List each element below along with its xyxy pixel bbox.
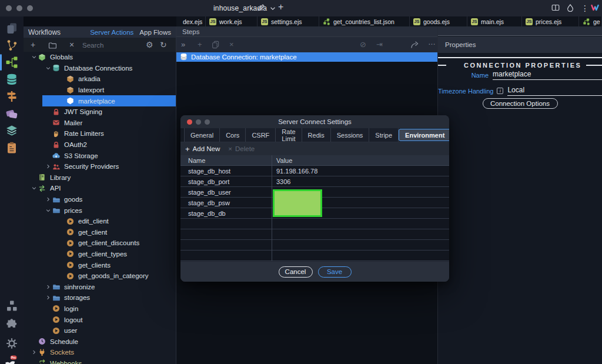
cancel-button[interactable]: Cancel [279, 266, 313, 278]
steps-more-icon[interactable]: … [428, 38, 436, 47]
tree-item-user[interactable]: user [24, 325, 176, 336]
env-row-empty[interactable] [180, 229, 449, 240]
rail-item-settings[interactable] [5, 337, 18, 350]
name-field-value[interactable]: marketplace [493, 70, 602, 80]
add-folder-icon[interactable] [48, 41, 56, 49]
rail-item-wappler-pro[interactable]: Pro [5, 356, 18, 364]
tree-item-get-clients[interactable]: get_clients [24, 259, 176, 271]
tree-item-edit-client[interactable]: edit_client [24, 216, 176, 227]
chevron-right-icon[interactable] [44, 196, 52, 202]
tree-item-library[interactable]: Library [24, 172, 176, 183]
rail-item-pages[interactable] [5, 22, 18, 35]
rail-item-blocks[interactable] [5, 299, 18, 312]
rail-item-extensions[interactable] [5, 318, 18, 331]
more-menu-icon[interactable]: ⋮ [581, 4, 589, 13]
chevron-down-icon[interactable] [44, 208, 52, 213]
rail-item-database[interactable] [5, 73, 18, 86]
rail-item-git[interactable] [5, 39, 18, 52]
env-row-stage_db_host[interactable]: stage_db_host91.198.166.78 [180, 166, 449, 176]
export-step-icon[interactable] [410, 41, 419, 49]
chevron-right-icon[interactable] [44, 163, 52, 169]
dialog-tab-general[interactable]: General [184, 128, 220, 142]
file-tab-settings-ejs[interactable]: JSsettings.ejs [257, 16, 319, 26]
chevron-down-icon[interactable] [44, 65, 52, 71]
minimize-window-icon[interactable] [16, 5, 22, 11]
split-view-icon[interactable] [551, 4, 560, 12]
rail-item-tasks[interactable] [5, 141, 18, 154]
settings-gear-icon[interactable]: ⚙ [146, 41, 153, 49]
file-tab-get-countries-list-json[interactable]: get_countries_list.json [319, 16, 410, 26]
file-tab-prices-ejs[interactable]: JSprices.ejs [522, 16, 579, 26]
tree-item-schedule[interactable]: Schedule [24, 336, 176, 347]
tree-item-rate-limiters[interactable]: Rate Limiters [24, 128, 176, 139]
delete-button[interactable]: ×Delete [228, 145, 255, 152]
file-tab-dex-ejs[interactable]: dex.ejs [176, 16, 206, 26]
delete-action-icon[interactable]: × [69, 41, 74, 49]
tree-item-get-client-types[interactable]: get_client_types [24, 249, 176, 260]
refresh-icon[interactable]: ↻ [160, 41, 167, 49]
save-button[interactable]: Save [318, 266, 352, 278]
timezone-field-value[interactable]: Local [507, 86, 602, 96]
tree-item-s3-storage[interactable]: S3 Storage [24, 150, 176, 161]
tree-item-get-client[interactable]: get_client [24, 227, 176, 238]
tree-item-get-client-discounts[interactable]: get_client_discounts [24, 238, 176, 249]
chevron-down-icon[interactable] [29, 185, 38, 191]
env-row-empty[interactable] [180, 251, 449, 261]
env-row-empty[interactable] [180, 219, 449, 229]
tree-item-prices[interactable]: prices [24, 205, 176, 216]
add-action-icon[interactable]: + [31, 41, 35, 49]
rail-item-routes[interactable] [5, 90, 18, 103]
rail-item-workflows[interactable] [5, 56, 18, 69]
tree-item-webhooks[interactable]: Webhooks [24, 358, 176, 364]
add-step-icon[interactable]: + [198, 40, 202, 49]
collapse-steps-icon[interactable]: » [181, 40, 185, 49]
file-tab-goods-ejs[interactable]: JSgoods.ejs [410, 16, 467, 26]
file-tab-work-ejs[interactable]: JSwork.ejs [206, 16, 257, 26]
chevron-right-icon[interactable] [44, 295, 52, 300]
tree-item-sinhronize[interactable]: sinhronize [24, 281, 176, 292]
info-icon[interactable]: i [497, 88, 503, 94]
dialog-tab-sessions[interactable]: Sessions [331, 128, 370, 142]
close-window-icon[interactable] [6, 5, 12, 11]
step-database-connection[interactable]: Database Connection: marketplace [176, 52, 437, 62]
tree-item-database-connections[interactable]: Database Connections [24, 63, 176, 74]
env-row-stage_db_port[interactable]: stage_db_port3306 [180, 176, 449, 187]
dialog-close-icon[interactable] [187, 119, 192, 125]
tree-item-sockets[interactable]: Sockets [24, 347, 176, 358]
tree-item-logout[interactable]: logout [24, 314, 176, 325]
dialog-traffic-lights[interactable] [187, 119, 210, 125]
tree-item-marketplace[interactable]: marketplace [24, 95, 176, 106]
tree-item-storages[interactable]: storages [24, 292, 176, 303]
delete-step-icon[interactable]: × [229, 40, 234, 49]
chevron-down-icon[interactable] [29, 54, 38, 60]
search-input[interactable] [82, 40, 146, 50]
dialog-tab-rate-limit[interactable]: Rate Limit [276, 128, 302, 142]
env-row-empty[interactable] [180, 240, 449, 251]
copy-step-icon[interactable] [212, 41, 220, 49]
dialog-tab-csrf[interactable]: CSRF [246, 128, 276, 142]
chevron-right-icon[interactable] [44, 284, 52, 290]
connection-options-button[interactable]: Connection Options [483, 98, 558, 109]
edit-project-icon[interactable] [257, 4, 265, 12]
add-tab-icon[interactable]: + [278, 2, 283, 12]
dialog-tab-environment[interactable]: Environment [399, 129, 449, 141]
chevron-down-icon[interactable] [269, 5, 276, 12]
rail-item-layers[interactable] [5, 124, 18, 137]
add-new-button[interactable]: +Add New [185, 145, 220, 153]
tab-server-actions[interactable]: Server Actions [90, 29, 133, 36]
maximize-window-icon[interactable] [27, 5, 33, 11]
tree-item-login[interactable]: login [24, 303, 176, 315]
tree-item-arkadia[interactable]: arkadia [24, 74, 176, 85]
tree-item-api[interactable]: API [24, 183, 176, 194]
disable-step-icon[interactable]: ⊘ [360, 40, 366, 49]
dialog-tab-redis[interactable]: Redis [302, 128, 331, 142]
dialog-tab-stripe[interactable]: Stripe [369, 128, 399, 142]
droplet-icon[interactable] [566, 4, 574, 12]
tree-item-latexport[interactable]: latexport [24, 85, 176, 96]
tree-item-security-providers[interactable]: Security Providers [24, 161, 176, 172]
file-tab-ge[interactable]: ge [579, 16, 602, 26]
tree-item-mailer[interactable]: Mailer [24, 118, 176, 129]
tree-item-oauth2[interactable]: OAuth2 [24, 139, 176, 151]
tree-item-jwt-signing[interactable]: JWT Signing [24, 106, 176, 118]
file-tab-main-ejs[interactable]: JSmain.ejs [467, 16, 522, 26]
